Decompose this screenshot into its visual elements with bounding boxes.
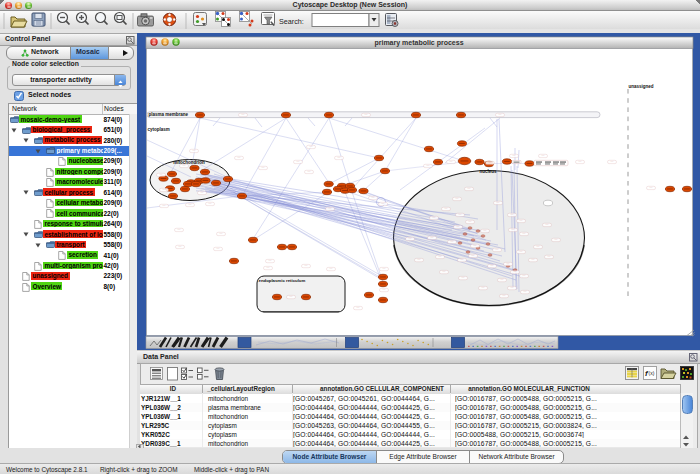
- svg-text:mitochondrion: mitochondrion: [173, 160, 205, 165]
- svg-text:···: ···: [511, 286, 514, 290]
- svg-text:···: ···: [457, 225, 460, 229]
- svg-text:···: ···: [499, 113, 502, 117]
- svg-text:···: ···: [537, 245, 540, 249]
- svg-text:···: ···: [305, 264, 308, 268]
- svg-text:···: ···: [501, 278, 504, 282]
- svg-text:primary metabolic process: primary metabolic process: [374, 39, 463, 47]
- svg-text:···: ···: [524, 290, 527, 294]
- svg-text:···: ···: [382, 202, 385, 206]
- svg-text:···: ···: [491, 264, 494, 268]
- svg-text:···: ···: [217, 247, 220, 251]
- svg-text:···: ···: [383, 267, 386, 271]
- svg-text:···: ···: [497, 201, 500, 205]
- svg-text:···: ···: [439, 255, 442, 259]
- svg-text:···: ···: [189, 203, 192, 207]
- svg-text:···: ···: [297, 160, 300, 164]
- svg-text:···: ···: [443, 270, 446, 274]
- svg-text:···: ···: [503, 294, 506, 298]
- svg-text:plasma membrane: plasma membrane: [149, 112, 189, 117]
- svg-text:···: ···: [520, 250, 523, 254]
- svg-text:···: ···: [489, 161, 492, 165]
- svg-text:···: ···: [555, 238, 558, 242]
- svg-text:···: ···: [451, 240, 454, 244]
- svg-text:···: ···: [409, 237, 412, 241]
- svg-text:···: ···: [514, 270, 517, 274]
- svg-text:···: ···: [330, 267, 333, 271]
- svg-text:···: ···: [178, 228, 181, 232]
- svg-text:Search:: Search:: [279, 17, 304, 26]
- svg-text:nucleus: nucleus: [479, 169, 497, 174]
- svg-text:···: ···: [310, 145, 313, 149]
- svg-text:···: ···: [267, 266, 270, 270]
- svg-text:···: ···: [238, 156, 241, 160]
- svg-text:···: ···: [431, 236, 434, 240]
- svg-text:···: ···: [418, 258, 421, 262]
- svg-text:···: ···: [472, 254, 475, 258]
- svg-text:···: ···: [220, 232, 223, 236]
- svg-text:···: ···: [611, 160, 614, 164]
- svg-text:···: ···: [459, 213, 462, 217]
- svg-text:···: ···: [474, 244, 477, 248]
- svg-text:···: ···: [193, 149, 196, 153]
- svg-text:···: ···: [579, 160, 582, 164]
- svg-text:···: ···: [163, 204, 166, 208]
- svg-text:···: ···: [242, 113, 245, 117]
- svg-text:···: ···: [469, 220, 472, 224]
- svg-text:···: ···: [548, 255, 551, 259]
- svg-text:···: ···: [532, 258, 535, 262]
- svg-text:···: ···: [482, 286, 485, 290]
- svg-text:···: ···: [433, 216, 436, 220]
- svg-text:···: ···: [450, 160, 453, 164]
- svg-text:···: ···: [329, 207, 332, 211]
- svg-text:···: ···: [209, 202, 212, 206]
- svg-text:···: ···: [201, 191, 204, 195]
- svg-text:endoplasmic reticulum: endoplasmic reticulum: [259, 278, 306, 283]
- svg-text:···: ···: [523, 274, 526, 278]
- svg-text:···: ···: [513, 154, 516, 158]
- svg-text:···: ···: [461, 258, 464, 262]
- svg-text:···: ···: [179, 245, 182, 249]
- svg-text:···: ···: [507, 262, 510, 266]
- svg-text:···: ···: [338, 156, 341, 160]
- svg-text:···: ···: [468, 187, 471, 191]
- svg-text:···: ···: [445, 207, 448, 211]
- svg-text:unassigned: unassigned: [629, 84, 654, 89]
- svg-text:···: ···: [520, 219, 523, 223]
- svg-text:···: ···: [511, 213, 514, 217]
- svg-text:···: ···: [427, 164, 430, 168]
- svg-text:···: ···: [542, 154, 545, 158]
- svg-text:(x): (x): [649, 370, 655, 376]
- svg-text:···: ···: [523, 232, 526, 236]
- svg-text:···: ···: [512, 228, 515, 232]
- svg-text:···: ···: [357, 306, 360, 310]
- svg-text:···: ···: [496, 248, 499, 252]
- svg-text:···: ···: [462, 276, 465, 280]
- svg-text:cytoplasm: cytoplasm: [148, 127, 170, 132]
- svg-text:···: ···: [456, 197, 459, 201]
- svg-text:···: ···: [160, 173, 163, 177]
- svg-text:···: ···: [650, 186, 653, 190]
- svg-text:···: ···: [269, 259, 272, 263]
- svg-text:···: ···: [308, 170, 311, 174]
- svg-text:···: ···: [290, 295, 293, 299]
- svg-text:···: ···: [383, 288, 386, 292]
- svg-text:···: ···: [262, 166, 265, 170]
- svg-text:···: ···: [372, 196, 375, 200]
- svg-text:···: ···: [546, 223, 549, 227]
- svg-text:···: ···: [163, 188, 166, 192]
- svg-text:···: ···: [484, 229, 487, 233]
- svg-text:···: ···: [365, 113, 368, 117]
